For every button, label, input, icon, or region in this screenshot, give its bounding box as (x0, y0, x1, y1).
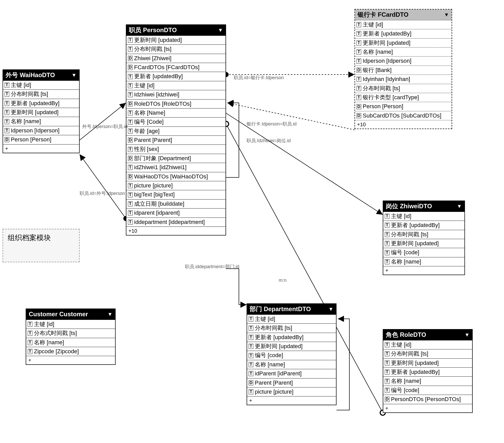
entity-field-row[interactable]: T更新者 [updatedBy] (383, 221, 464, 230)
entity-title[interactable]: 部门 DepartmentDTO▼ (247, 304, 336, 314)
field-label: Zhiwei [Zhiwei] (134, 55, 171, 62)
entity-field-row[interactable]: T主键 [id] (26, 320, 115, 329)
entity-field-row[interactable]: T更新时间 [updated] (383, 358, 472, 367)
entity-field-row[interactable]: T名称 [Name] (126, 108, 226, 117)
entity-field-row[interactable]: T名称 [name] (383, 257, 464, 266)
entity-field-row[interactable]: DRoleDTOs [RoleDTOs] (126, 99, 226, 108)
entity-field-row[interactable]: TidParent [idParent] (247, 369, 336, 378)
entity-field-row[interactable]: T更新时间 [updated] (126, 35, 226, 44)
entity-field-row[interactable]: T主键 [id] (355, 20, 452, 29)
entity-field-row[interactable]: DPersonDTOs [PersonDTOs] (383, 395, 472, 404)
entity-fcard[interactable]: 银行卡 FCardDTO▼T主键 [id]T更新者 [updatedBy]T更新… (354, 9, 452, 129)
entity-field-row[interactable]: DWaiHaoDTOs [WaiHaoDTOs] (126, 172, 226, 181)
entity-field-row[interactable]: T分布时间戳 [ts] (383, 230, 464, 239)
entity-department[interactable]: 部门 DepartmentDTO▼T主键 [id]T分布时间戳 [ts]T更新者… (247, 303, 337, 405)
field-type-badge: T (357, 59, 361, 64)
entity-field-row[interactable]: T编号 [code] (383, 386, 472, 395)
entity-field-row[interactable]: T更新者 [updatedBy] (126, 72, 226, 81)
entity-field-row[interactable]: T主键 [id] (383, 340, 472, 349)
entity-zhiwei[interactable]: 岗位 ZhiweiDTO▼T主键 [id]T更新者 [updatedBy]T分布… (383, 201, 465, 275)
entity-field-row[interactable]: T更新者 [updatedBy] (355, 29, 452, 38)
entity-footer[interactable]: + (3, 144, 79, 153)
entity-footer[interactable]: + (383, 404, 472, 412)
entity-title[interactable]: 岗位 ZhiweiDTO▼ (383, 201, 464, 212)
entity-field-row[interactable]: T更新者 [updatedBy] (3, 99, 79, 108)
entity-field-row[interactable]: T分布时间戳 [ts] (247, 323, 336, 332)
entity-field-row[interactable]: T名称 [name] (26, 338, 115, 347)
entity-field-row[interactable]: DZhiwei [Zhiwei] (126, 54, 226, 63)
entity-field-row[interactable]: T主键 [id] (247, 314, 336, 323)
entity-field-row[interactable]: T主键 [id] (126, 81, 226, 90)
entity-field-row[interactable]: Tpicture [picture] (247, 387, 336, 396)
entity-title[interactable]: 银行卡 FCardDTO▼ (355, 10, 452, 20)
chevron-down-icon[interactable]: ▼ (444, 12, 449, 18)
entity-field-row[interactable]: T名称 [name] (3, 117, 79, 126)
entity-field-row[interactable]: T年龄 [age] (126, 126, 226, 135)
entity-field-row[interactable]: D银行 [Bank] (355, 66, 452, 75)
entity-field-row[interactable]: T更新时间 [updated] (247, 342, 336, 351)
entity-field-row[interactable]: T更新者 [updatedBy] (247, 333, 336, 342)
entity-field-row[interactable]: T银行卡类型 [cardType] (355, 93, 452, 102)
entity-field-row[interactable]: TbigText [bigText] (126, 190, 226, 199)
entity-footer[interactable]: +10 (126, 227, 226, 235)
chevron-down-icon[interactable]: ▼ (328, 306, 333, 312)
entity-field-row[interactable]: D部门对象 [Department] (126, 154, 226, 163)
entity-title[interactable]: 角色 RoleDTO▼ (383, 330, 472, 340)
entity-field-row[interactable]: T名称 [name] (383, 376, 472, 385)
entity-field-row[interactable]: DPerson [Person] (3, 135, 79, 144)
entity-field-row[interactable]: Tidparent [idparent] (126, 208, 226, 217)
entity-footer[interactable]: + (247, 396, 336, 405)
entity-field-row[interactable]: DParent [Parent] (247, 378, 336, 387)
entity-footer[interactable]: + (383, 266, 464, 275)
entity-field-row[interactable]: T主键 [id] (3, 80, 79, 89)
entity-footer[interactable]: + (26, 356, 115, 364)
entity-field-row[interactable]: T分布时间戳 [ts] (126, 44, 226, 53)
chevron-down-icon[interactable]: ▼ (71, 72, 77, 78)
entity-field-row[interactable]: T更新者 [updatedBy] (383, 367, 472, 376)
chevron-down-icon[interactable]: ▼ (457, 203, 462, 209)
entity-field-row[interactable]: TZipcode [Zipcode] (26, 347, 115, 356)
field-type-badge: D (128, 101, 133, 106)
entity-role[interactable]: 角色 RoleDTO▼T主键 [id]T分布时间戳 [ts]T更新时间 [upd… (383, 329, 473, 413)
entity-field-row[interactable]: T性别 [sex] (126, 144, 226, 153)
entity-field-row[interactable]: DSubCardDTOs [SubCardDTOs] (355, 111, 452, 120)
entity-title[interactable]: 职员 PersonDTO▼ (126, 25, 226, 35)
entity-field-row[interactable]: T名称 [name] (247, 360, 336, 369)
entity-field-row[interactable]: TIdyinhan [Idyinhan] (355, 75, 452, 84)
field-type-badge: T (28, 349, 32, 354)
entity-field-row[interactable]: T编号 [Code] (126, 117, 226, 126)
entity-field-row[interactable]: T更新时间 [updated] (383, 239, 464, 248)
entity-field-row[interactable]: T主键 [id] (383, 212, 464, 221)
entity-field-row[interactable]: T分布时间戳 [ts] (355, 84, 452, 93)
entity-field-row[interactable]: TIdzhiwei [idzhiwei] (126, 90, 226, 99)
entity-field-row[interactable]: T更新时间 [updated] (3, 108, 79, 117)
entity-field-row[interactable]: TidZhiwei1 [idZhiwei1] (126, 163, 226, 172)
entity-waihao[interactable]: 外号 WaiHaoDTO▼T主键 [id]T分布时间戳 [ts]T更新者 [up… (3, 69, 80, 153)
relationship-label: 职员.id=银行卡.Idperson (234, 75, 284, 81)
field-label: idParent [idParent] (255, 370, 302, 377)
entity-field-row[interactable]: DPerson [Person] (355, 102, 452, 111)
entity-field-row[interactable]: TIdperson [Idperson] (355, 56, 452, 65)
entity-footer[interactable]: +10 (355, 120, 452, 129)
entity-field-row[interactable]: DFCardDTOs [FCardDTOs] (126, 63, 226, 72)
entity-field-row[interactable]: T名称 [name] (355, 47, 452, 56)
entity-field-row[interactable]: T编号 [code] (383, 248, 464, 257)
chevron-down-icon[interactable]: ▼ (464, 332, 470, 338)
entity-title[interactable]: 外号 WaiHaoDTO▼ (3, 70, 79, 80)
entity-field-row[interactable]: Tpicture [picture] (126, 181, 226, 190)
entity-field-row[interactable]: T分布时间戳 [ts] (3, 89, 79, 98)
entity-field-row[interactable]: Tiddepartment [iddepartment] (126, 218, 226, 227)
entity-field-row[interactable]: T分布时间戳 [ts] (383, 349, 472, 358)
entity-field-row[interactable]: TIdperson [Idperson] (3, 126, 79, 135)
entity-title[interactable]: Customer Customer▼ (26, 309, 115, 320)
entity-person[interactable]: 职员 PersonDTO▼T更新时间 [updated]T分布时间戳 [ts]D… (126, 24, 226, 236)
entity-customer[interactable]: Customer Customer▼T主键 [id]T分布式时间戳 [ts]T名… (26, 309, 116, 365)
entity-field-row[interactable]: DParent [Parent] (126, 135, 226, 144)
entity-field-row[interactable]: T编号 [code] (247, 351, 336, 360)
entity-field-row[interactable]: T分布式时间戳 [ts] (26, 329, 115, 338)
chevron-down-icon[interactable]: ▼ (218, 27, 223, 33)
field-label: 编号 [code] (391, 387, 419, 394)
chevron-down-icon[interactable]: ▼ (107, 311, 113, 317)
entity-field-row[interactable]: T成立日期 [builddate] (126, 199, 226, 208)
entity-field-row[interactable]: T更新时间 [updated] (355, 38, 452, 47)
